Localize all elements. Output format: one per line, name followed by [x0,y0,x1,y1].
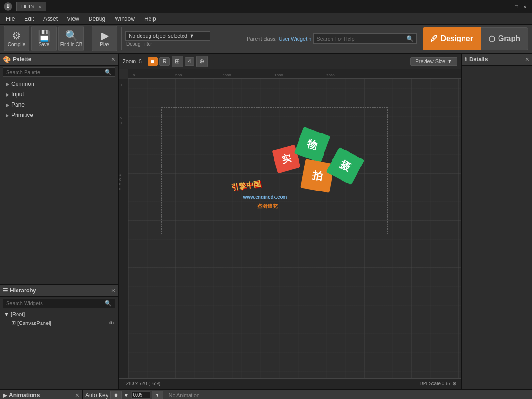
preview-size-button[interactable]: Preview Size ▼ [410,57,457,66]
hierarchy-search-input[interactable] [6,300,105,306]
menu-help[interactable]: Help [141,15,160,23]
minimize-icon[interactable]: ─ [505,3,511,10]
hierarchy-close-button[interactable]: × [111,287,115,294]
palette-header: 🎨 Palette × [0,54,118,66]
find-in-cb-button[interactable]: 🔍 Find in CB [58,26,84,51]
search-help-input[interactable] [316,36,407,42]
maximize-icon[interactable]: □ [513,3,520,10]
anim-set-btn[interactable]: ▼ [152,391,163,399]
anim-toolbar: Auto Key ⏺ ▼ ▼ No Animation [83,390,532,399]
hierarchy-canvas-label: [CanvasPanel] [17,320,51,326]
ruler-mark: 5 [120,116,122,120]
hierarchy-header: ☰ Hierarchy × [0,285,118,297]
menu-view[interactable]: View [63,15,83,23]
zoom-label: Zoom -5 [123,58,142,64]
animations-header: ▶ Animations × [0,390,82,399]
hierarchy-title: Hierarchy [10,287,36,294]
search-help[interactable]: 🔍 [313,33,417,44]
tab-close-icon[interactable]: × [38,4,41,9]
hierarchy-root-item[interactable]: ▼ [Root] [0,310,118,318]
canvas-panel-icon: ⊞ [11,320,16,326]
dpi-scale-label: DPI Scale 0.67 ⚙ [420,381,457,386]
compile-icon: ⚙ [12,31,21,41]
menu-window[interactable]: Window [111,15,139,23]
save-icon: 💾 [38,31,50,41]
palette-close-button[interactable]: × [111,56,115,63]
palette-item-input[interactable]: ▶ Input [0,89,118,100]
viewport-panel: Zoom -5 ■ R ⊞ 4 ⊕ Preview Size ▼ 0 500 1… [119,54,461,389]
compile-button[interactable]: ⚙ Compile [4,26,29,51]
palette-common-label: Common [11,81,34,87]
canvas-element-6: 拍 [300,159,334,193]
palette-input-label: Input [11,91,24,98]
viewport-btn-4[interactable]: 4 [185,57,194,66]
palette-item-panel[interactable]: ▶ Panel [0,100,118,110]
expand-icon: ▶ [6,102,9,108]
palette-primitive-label: Primitive [11,112,33,118]
no-animation-label: No Animation [169,392,200,398]
play-icon: ▶ [101,31,109,41]
menu-edit[interactable]: Edit [20,15,38,23]
menu-file[interactable]: File [2,15,18,23]
toolbar-separator-2 [121,27,122,50]
ruler-mark: 0 [120,121,122,125]
toolbar-separator-1 [88,27,88,50]
designer-graph-buttons: 🖊 Designer ⬡ Graph [423,27,528,50]
parent-class-link[interactable]: User Widget.h [279,36,312,42]
anim-time-input[interactable] [131,391,150,399]
window-close-icon[interactable]: × [522,3,528,10]
designer-label: Designer [441,34,473,43]
eye-icon[interactable]: 👁 [109,320,114,326]
details-close-button[interactable]: × [525,56,529,63]
find-icon: 🔍 [65,31,78,41]
ruler-mark: 0 [119,187,121,191]
palette-icon: 🎨 [3,56,11,63]
menu-asset[interactable]: Asset [40,15,61,23]
parent-class: Parent class: User Widget.h [247,36,311,42]
details-header: ℹ Details × [462,54,532,66]
animations-close-button[interactable]: × [75,391,79,399]
palette-search[interactable]: 🔍 [3,67,115,77]
designer-icon: 🖊 [430,34,438,43]
viewport-btn-grid[interactable]: ⊞ [172,56,183,67]
graph-label: Graph [498,34,520,43]
designer-button[interactable]: 🖊 Designer [423,27,480,50]
search-icon: 🔍 [407,35,414,42]
hierarchy-search[interactable]: 🔍 [3,299,115,308]
graph-icon: ⬡ [489,34,495,43]
viewport-toolbar: Zoom -5 ■ R ⊞ 4 ⊕ Preview Size ▼ [119,54,461,69]
save-button[interactable]: 💾 Save [31,26,57,51]
editor-tab[interactable]: HUD+ × [16,2,46,11]
ruler-mark: 500 [175,73,182,77]
preview-size-arrow-icon: ▼ [447,58,452,64]
palette-search-input[interactable] [6,69,105,75]
graph-button[interactable]: ⬡ Graph [481,27,528,50]
play-button[interactable]: ▶ Play [92,26,117,51]
play-label: Play [100,42,109,47]
palette-item-common[interactable]: ▶ Common [0,79,118,89]
canvas-size-label: 1280 x 720 (16:9) [124,381,160,386]
settings-icon-btn[interactable]: ⚙ [452,381,457,386]
animations-left: ▶ Animations × + New 🔍 [0,390,83,399]
animations-icon: ▶ [3,392,7,399]
canvas-area[interactable]: 0 500 1000 1500 2000 0 5 0 1 0 0 0 [119,69,461,389]
viewport-btn-orange[interactable]: ■ [148,57,158,66]
save-label: Save [39,42,50,47]
debug-filter: No debug object selected ▼ Debug Filter [125,31,210,47]
palette-search-icon: 🔍 [105,69,112,75]
canvas-element-4: www.enginedx.com [241,192,289,201]
main-area: 🎨 Palette × 🔍 ▶ Common ▶ Input ▶ Panel [0,54,532,389]
menu-debug[interactable]: Debug [85,15,109,23]
viewport-btn-r[interactable]: R [159,57,170,66]
hierarchy-panel: ☰ Hierarchy × 🔍 ▼ [Root] ⊞ [CanvasPanel]… [0,285,118,389]
debug-filter-label: Debug Filter [126,42,152,47]
auto-key-button[interactable]: ⏺ [110,391,122,399]
viewport-btn-move[interactable]: ⊕ [196,56,208,67]
hierarchy-canvas-panel-item[interactable]: ⊞ [CanvasPanel] 👁 [0,318,118,327]
hierarchy-icon: ☰ [3,287,8,294]
hierarchy-search-icon: 🔍 [105,300,112,307]
dropdown-arrow-icon: ▼ [124,392,129,399]
debug-dropdown[interactable]: No debug object selected ▼ [125,31,210,41]
palette-item-primitive[interactable]: ▶ Primitive [0,110,118,120]
ruler-mark: 0 [133,73,135,77]
